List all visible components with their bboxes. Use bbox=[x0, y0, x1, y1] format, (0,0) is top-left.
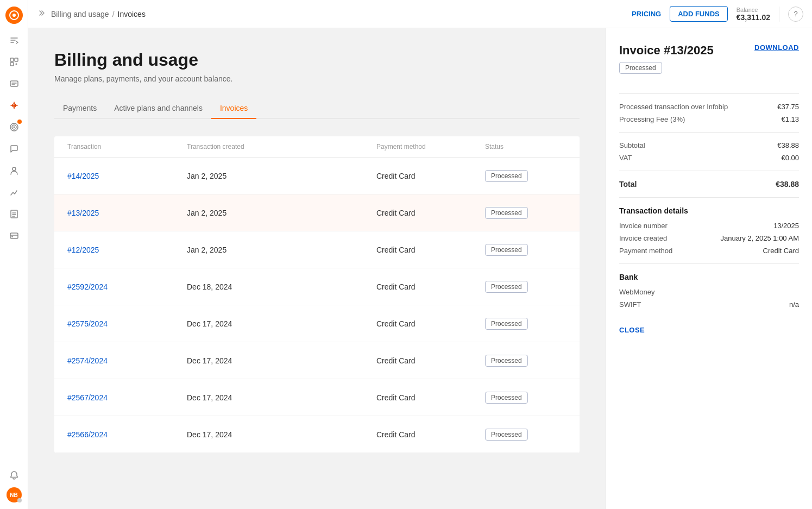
payment-method: Credit Card bbox=[376, 422, 485, 448]
transaction-id: #12/2025 bbox=[67, 237, 187, 263]
balance-label: Balance bbox=[737, 7, 758, 13]
status-badge: Processed bbox=[485, 207, 528, 219]
notifications-icon[interactable] bbox=[4, 466, 24, 485]
payment-method: Credit Card bbox=[376, 311, 485, 337]
analytics-icon[interactable] bbox=[4, 183, 24, 202]
transaction-date: Dec 17, 2024 bbox=[187, 422, 376, 448]
transaction-date: Dec 17, 2024 bbox=[187, 311, 376, 337]
reports-icon[interactable] bbox=[4, 204, 24, 224]
table-row[interactable]: #2575/2024 Dec 17, 2024 Credit Card Proc… bbox=[54, 305, 580, 342]
balance-amount: €3,311.02 bbox=[737, 13, 770, 22]
subtotal-value: €38.88 bbox=[777, 141, 799, 149]
svg-rect-3 bbox=[15, 58, 18, 61]
status-cell: Processed bbox=[485, 309, 566, 338]
svg-point-9 bbox=[13, 127, 15, 128]
status-cell: Processed bbox=[485, 420, 566, 449]
table-row[interactable]: #2567/2024 Dec 17, 2024 Credit Card Proc… bbox=[54, 379, 580, 416]
divider-5 bbox=[619, 263, 799, 264]
table-row[interactable]: #2592/2024 Dec 18, 2024 Credit Card Proc… bbox=[54, 268, 580, 305]
status-cell: Processed bbox=[485, 346, 566, 375]
sidebar: NB bbox=[0, 0, 28, 509]
main-container: Billing and usage / Invoices PRICING ADD… bbox=[28, 0, 812, 509]
breadcrumb-parent[interactable]: Billing and usage bbox=[51, 10, 109, 18]
transaction-date: Dec 17, 2024 bbox=[187, 348, 376, 374]
audience-icon[interactable] bbox=[4, 161, 24, 180]
download-link[interactable]: DOWNLOAD bbox=[754, 43, 799, 52]
topbar: Billing and usage / Invoices PRICING ADD… bbox=[28, 0, 812, 28]
transaction-date: Dec 18, 2024 bbox=[187, 274, 376, 300]
payment-method-detail-label: Payment method bbox=[619, 247, 672, 255]
status-badge: Processed bbox=[485, 170, 528, 182]
table-row[interactable]: #2566/2024 Dec 17, 2024 Credit Card Proc… bbox=[54, 416, 580, 453]
col-header-created: Transaction created bbox=[187, 143, 376, 150]
billing-icon[interactable] bbox=[4, 226, 24, 246]
cross-channel-icon[interactable] bbox=[4, 96, 24, 115]
communicate-icon[interactable] bbox=[4, 74, 24, 93]
webmoney-row: WebMoney bbox=[619, 288, 799, 296]
tab-active-plans[interactable]: Active plans and channels bbox=[105, 98, 211, 119]
page-subtitle: Manage plans, payments, and your account… bbox=[54, 74, 580, 83]
invoice-panel-header: Invoice #13/2025 DOWNLOAD bbox=[619, 43, 799, 58]
apps-grid-icon[interactable] bbox=[4, 52, 24, 72]
col-header-status: Status bbox=[485, 143, 566, 150]
help-icon[interactable]: ? bbox=[788, 7, 803, 22]
table-row[interactable]: #12/2025 Jan 2, 2025 Credit Card Process… bbox=[54, 231, 580, 268]
invoice-number-row: Invoice number 13/2025 bbox=[619, 222, 799, 230]
table-row[interactable]: #14/2025 Jan 2, 2025 Credit Card Process… bbox=[54, 158, 580, 194]
conversations-icon[interactable] bbox=[4, 139, 24, 159]
divider-3 bbox=[619, 171, 799, 171]
payment-method: Credit Card bbox=[376, 385, 485, 411]
total-value: €38.88 bbox=[776, 180, 799, 188]
tab-payments[interactable]: Payments bbox=[54, 98, 105, 119]
total-label: Total bbox=[619, 180, 637, 188]
transaction-id: #14/2025 bbox=[67, 163, 187, 189]
svg-rect-12 bbox=[10, 233, 18, 238]
topbar-right: PRICING ADD FUNDS Balance €3,311.02 ? bbox=[632, 6, 803, 22]
status-badge: Processed bbox=[485, 281, 528, 293]
expand-icon[interactable] bbox=[4, 30, 24, 50]
vat-value: €0.00 bbox=[781, 154, 799, 162]
topbar-divider bbox=[779, 7, 779, 22]
table-header: Transaction Transaction created Payment … bbox=[54, 136, 580, 158]
user-avatar[interactable]: NB bbox=[7, 487, 22, 502]
transaction-id: #2574/2024 bbox=[67, 348, 187, 374]
collapse-icon[interactable] bbox=[37, 9, 45, 18]
svg-rect-4 bbox=[10, 62, 14, 66]
line-item-2: Processing Fee (3%) €1.13 bbox=[619, 115, 799, 123]
table-row[interactable]: #2574/2024 Dec 17, 2024 Credit Card Proc… bbox=[54, 342, 580, 379]
transaction-id: #2592/2024 bbox=[67, 274, 187, 300]
line-item-2-value: €1.13 bbox=[781, 115, 799, 123]
payment-method: Credit Card bbox=[376, 163, 485, 189]
total-row: Total €38.88 bbox=[619, 180, 799, 188]
app-logo[interactable] bbox=[5, 7, 23, 24]
divider-2 bbox=[619, 132, 799, 133]
table-row[interactable]: #13/2025 Jan 2, 2025 Credit Card Process… bbox=[54, 194, 580, 231]
status-badge: Processed bbox=[485, 355, 528, 367]
col-header-payment: Payment method bbox=[376, 143, 485, 150]
balance-block: Balance €3,311.02 bbox=[737, 7, 770, 22]
content-area: Billing and usage Manage plans, payments… bbox=[28, 28, 812, 509]
close-link[interactable]: CLOSE bbox=[619, 326, 645, 334]
transaction-date: Dec 17, 2024 bbox=[187, 385, 376, 411]
status-badge: Processed bbox=[485, 392, 528, 404]
status-cell: Processed bbox=[485, 235, 566, 265]
webmoney-label: WebMoney bbox=[619, 288, 655, 296]
svg-rect-2 bbox=[10, 58, 14, 61]
invoice-title: Invoice #13/2025 bbox=[619, 43, 714, 58]
swift-value: n/a bbox=[789, 300, 799, 309]
divider-4 bbox=[619, 197, 799, 198]
swift-label: SWIFT bbox=[619, 300, 641, 309]
payment-method-detail-value: Credit Card bbox=[763, 247, 799, 255]
status-cell: Processed bbox=[485, 272, 566, 301]
campaigns-icon[interactable] bbox=[4, 117, 24, 137]
add-funds-button[interactable]: ADD FUNDS bbox=[670, 6, 728, 22]
divider-1 bbox=[619, 93, 799, 94]
status-badge: Processed bbox=[485, 318, 528, 330]
tab-invoices[interactable]: Invoices bbox=[211, 98, 256, 119]
vat-label: VAT bbox=[619, 154, 632, 162]
payment-method: Credit Card bbox=[376, 237, 485, 263]
bank-title: Bank bbox=[619, 273, 799, 281]
transaction-id: #2566/2024 bbox=[67, 422, 187, 448]
swift-row: SWIFT n/a bbox=[619, 300, 799, 309]
pricing-link[interactable]: PRICING bbox=[632, 10, 661, 18]
